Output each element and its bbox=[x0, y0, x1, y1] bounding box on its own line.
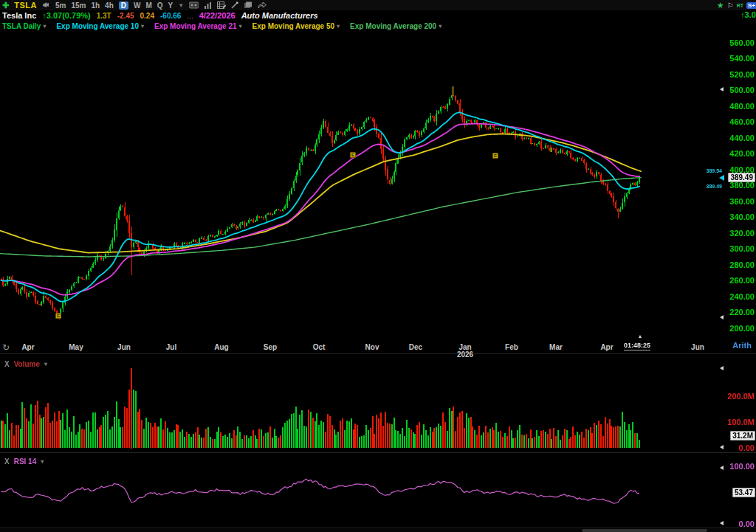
flag-icon[interactable]: ⚐ bbox=[727, 1, 734, 10]
quote-stat-3: -60.66 bbox=[160, 12, 181, 20]
indicator-ema200[interactable]: Exp Moving Average 200 ▾ bbox=[350, 22, 441, 30]
price-tick-label: 460.00 bbox=[718, 117, 755, 126]
timeframe-15m[interactable]: 15m bbox=[71, 1, 86, 10]
month-label: Feb bbox=[505, 343, 518, 351]
realtime-badge: RT bbox=[737, 3, 743, 8]
last-price-tag: 389.49 bbox=[728, 173, 755, 182]
timeframe-weekly[interactable]: W bbox=[134, 1, 140, 10]
volume-header: X Volume ▾ bbox=[4, 360, 47, 368]
quote-ellipsis: ... bbox=[187, 12, 193, 20]
rsi-close-button[interactable]: X bbox=[4, 457, 10, 466]
month-label: Mar bbox=[549, 343, 563, 351]
timeframe-1h[interactable]: 1h bbox=[91, 1, 100, 10]
ema50-label: Exp Moving Average 50 bbox=[252, 22, 335, 30]
scale-mode-label[interactable]: Arith bbox=[732, 341, 752, 350]
favorite-star-icon[interactable]: ★ bbox=[717, 1, 724, 10]
symbol-label[interactable]: TSLA bbox=[14, 1, 37, 10]
month-label: Jun bbox=[117, 343, 131, 351]
rsi-title[interactable]: RSI 14 bbox=[14, 457, 37, 466]
period-high-marker-icon bbox=[720, 87, 724, 91]
chart-application-window: ✚ TSLA 5m 15m 1h 4h D W M Q Y ▼ bbox=[0, 0, 756, 532]
volume-tick-label: 200.0M bbox=[718, 392, 755, 401]
sync-icon[interactable]: ↻ bbox=[2, 342, 10, 353]
price-tick-label: 200.00 bbox=[718, 324, 755, 333]
price-chart-pane: 560.00540.00520.00500.00480.00460.00440.… bbox=[0, 31, 756, 354]
timeframe-yearly[interactable]: Y bbox=[168, 1, 173, 10]
add-symbol-icon[interactable]: ✚ bbox=[2, 1, 9, 10]
timer-marker-icon: ▲ bbox=[638, 334, 643, 339]
price-tick-label: 480.00 bbox=[718, 102, 755, 111]
earnings-marker[interactable]: E bbox=[55, 313, 61, 319]
rsi-high-marker-icon bbox=[720, 466, 724, 470]
chevron-down-icon[interactable]: ▾ bbox=[44, 361, 47, 367]
chevron-down-icon: ▾ bbox=[337, 23, 340, 30]
indicator-bar: TSLA Daily ▾ Exp Moving Average 10 ▾ Exp… bbox=[0, 21, 756, 31]
rsi-canvas[interactable] bbox=[0, 452, 724, 527]
chevron-down-icon: ▾ bbox=[141, 23, 144, 30]
ema21-label: Exp Moving Average 21 bbox=[154, 22, 237, 30]
price-tick-label: 320.00 bbox=[718, 229, 755, 238]
series-selector[interactable]: TSLA Daily ▾ bbox=[2, 22, 46, 30]
month-label: Sep bbox=[264, 343, 277, 351]
volume-high-marker-icon bbox=[720, 366, 724, 370]
rsi-low-marker-icon bbox=[720, 521, 724, 525]
share-icon[interactable] bbox=[258, 1, 267, 9]
price-tick-label: 520.00 bbox=[718, 70, 755, 79]
timeframe-monthly[interactable]: M bbox=[145, 1, 151, 10]
indicator-ema50[interactable]: Exp Moving Average 50 ▾ bbox=[252, 22, 340, 30]
timeframe-quarterly[interactable]: Q bbox=[157, 1, 163, 10]
volume-pane: X Volume ▾ 200.0M100.0M0.00 31.2M bbox=[0, 353, 756, 453]
period-low-marker-icon bbox=[720, 315, 724, 319]
month-label: Apr bbox=[21, 343, 34, 351]
toolbar-right-group: ★ ⚐ RT S+ bbox=[717, 1, 756, 10]
indicator-ema21[interactable]: Exp Moving Average 21 ▾ bbox=[154, 22, 242, 30]
month-label: Jun bbox=[691, 343, 704, 351]
industry-label: Auto Manufacturers bbox=[241, 11, 318, 20]
ask-price-label: 389.54 bbox=[707, 168, 722, 173]
draw-line-icon[interactable] bbox=[231, 1, 238, 9]
chevron-down-icon: ▾ bbox=[239, 23, 242, 30]
timeframe-daily-active[interactable]: D bbox=[119, 1, 128, 10]
chart-type-icon[interactable] bbox=[189, 1, 199, 9]
timeframe-4h[interactable]: 4h bbox=[105, 1, 114, 10]
company-name: Tesla Inc bbox=[2, 11, 36, 20]
grid-edit-icon[interactable] bbox=[217, 1, 226, 9]
price-tick-label: 420.00 bbox=[718, 149, 755, 158]
price-tick-label: 540.00 bbox=[718, 54, 755, 63]
price-chart-canvas[interactable] bbox=[0, 31, 724, 336]
price-tick-label: 240.00 bbox=[718, 292, 755, 301]
month-label: Oct bbox=[313, 343, 326, 351]
earnings-marker[interactable]: E bbox=[350, 152, 356, 158]
timeframe-5m[interactable]: 5m bbox=[55, 1, 66, 10]
horizontal-scrollbar[interactable] bbox=[0, 527, 756, 532]
price-tick-label: 300.00 bbox=[718, 244, 755, 253]
earnings-date: 4/22/2026 bbox=[199, 11, 236, 20]
volume-bars-icon[interactable] bbox=[204, 1, 212, 9]
volume-title[interactable]: Volume bbox=[14, 360, 40, 368]
notes-icon[interactable] bbox=[244, 1, 252, 9]
megaphone-icon[interactable] bbox=[42, 1, 50, 9]
price-tick-label: 440.00 bbox=[718, 134, 755, 142]
chevron-down-icon[interactable]: ▾ bbox=[41, 458, 44, 465]
price-tick-label: 560.00 bbox=[718, 38, 755, 47]
volume-zero-marker-icon bbox=[720, 445, 724, 449]
indicator-ema10[interactable]: Exp Moving Average 10 ▾ bbox=[56, 22, 144, 30]
ema200-label: Exp Moving Average 200 bbox=[350, 22, 436, 30]
price-tick-label: 340.00 bbox=[718, 213, 755, 221]
earnings-marker[interactable]: E bbox=[492, 153, 498, 159]
bid-price-label: 389.49 bbox=[707, 184, 722, 189]
scrollbar-thumb[interactable] bbox=[582, 529, 707, 532]
month-label: Aug bbox=[214, 343, 228, 351]
splus-badge[interactable]: S+ bbox=[746, 2, 756, 9]
rsi-header: X RSI 14 ▾ bbox=[4, 457, 44, 466]
month-label: Nov bbox=[365, 343, 379, 351]
volume-close-button[interactable]: X bbox=[4, 360, 10, 368]
volume-canvas[interactable] bbox=[0, 353, 724, 452]
price-change-right-clipped: ↑3.07 bbox=[740, 10, 756, 21]
price-tick-label: 280.00 bbox=[718, 260, 755, 269]
market-cap: 1.3T bbox=[97, 12, 111, 20]
price-tick-label: 360.00 bbox=[718, 197, 755, 206]
month-label: Apr bbox=[600, 343, 613, 351]
bar-countdown-timer: 01:48:25 bbox=[624, 342, 650, 350]
timeframe-dropdown-icon[interactable]: ▼ bbox=[178, 2, 184, 9]
